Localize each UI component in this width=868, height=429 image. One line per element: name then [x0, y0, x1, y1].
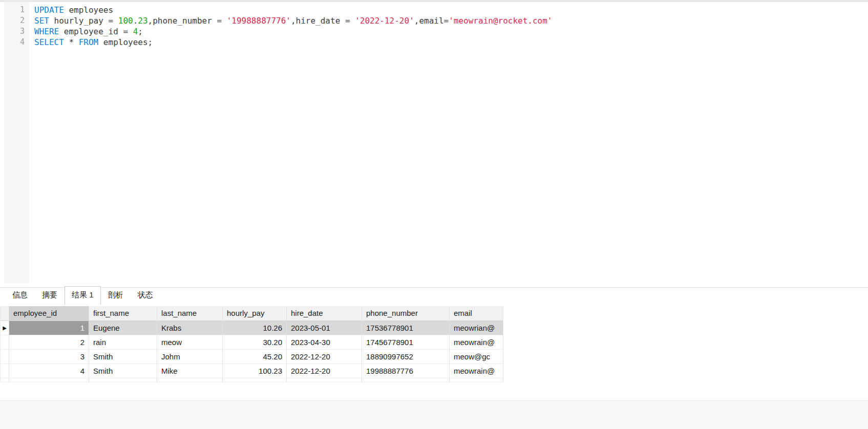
column-header-hire_date[interactable]: hire_date	[287, 306, 362, 321]
current-row-marker-icon: ▶	[3, 325, 7, 331]
column-header-hourly_pay[interactable]: hourly_pay	[223, 306, 287, 321]
table-row: 2rainmeow30.202023-04-3017456778901meowr…	[0, 335, 503, 350]
cell-hire_date[interactable]: 2023-04-30	[287, 335, 362, 350]
empty-cell	[89, 378, 157, 382]
sql-code[interactable]: 1UPDATE employees2SET hourly_pay = 100.2…	[0, 2, 868, 48]
line-number: 2	[4, 15, 29, 26]
row-selector[interactable]	[0, 335, 9, 350]
code-text: WHERE employee_id = 4;	[34, 26, 143, 37]
row-selector	[0, 378, 9, 382]
result-tabbar: 信息摘要结果 1剖析状态	[0, 283, 868, 305]
empty-cell	[9, 378, 89, 382]
table-row: 4SmithMike100.232022-12-2019988887776meo…	[0, 364, 503, 378]
cell-first_name[interactable]: rain	[89, 335, 157, 350]
cell-last_name[interactable]: meow	[157, 335, 223, 350]
tab-summary[interactable]: 摘要	[35, 288, 65, 305]
cell-phone_number[interactable]: 19988887776	[362, 364, 450, 378]
window-bottom-strip	[0, 400, 868, 429]
cell-hourly_pay[interactable]: 30.20	[223, 335, 287, 350]
cell-employee_id[interactable]: 3	[9, 350, 89, 364]
empty-cell	[157, 378, 223, 382]
empty-cell	[450, 378, 503, 382]
tab-result-1[interactable]: 结果 1	[65, 286, 101, 305]
cell-phone_number[interactable]: 17456778901	[362, 335, 450, 350]
cell-hourly_pay[interactable]: 45.20	[223, 350, 287, 364]
cell-hire_date[interactable]: 2022-12-20	[287, 364, 362, 378]
column-header-last_name[interactable]: last_name	[157, 306, 223, 321]
row-selector[interactable]: ▶	[0, 321, 9, 335]
cell-email[interactable]: meow@gc	[450, 350, 503, 364]
cell-phone_number[interactable]: 17536778901	[362, 321, 450, 335]
tab-profile[interactable]: 剖析	[101, 288, 131, 305]
column-header-email[interactable]: email	[450, 306, 503, 321]
cell-employee_id[interactable]: 2	[9, 335, 89, 350]
cell-last_name[interactable]: Johm	[157, 350, 223, 364]
sql-editor[interactable]: 1UPDATE employees2SET hourly_pay = 100.2…	[0, 2, 868, 283]
code-line[interactable]: 1UPDATE employees	[0, 5, 868, 15]
empty-cell	[223, 378, 287, 382]
cell-last_name[interactable]: Krabs	[157, 321, 223, 335]
column-header-employee_id[interactable]: employee_id	[9, 306, 89, 321]
column-header-phone_number[interactable]: phone_number	[362, 306, 450, 321]
code-line[interactable]: 3WHERE employee_id = 4;	[0, 26, 868, 37]
cell-email[interactable]: meowrian@	[450, 321, 503, 335]
cell-hourly_pay[interactable]: 100.23	[223, 364, 287, 378]
cell-first_name[interactable]: Smith	[89, 364, 157, 378]
code-line[interactable]: 4SELECT * FROM employees;	[0, 37, 868, 48]
code-text: UPDATE employees	[34, 5, 113, 15]
line-number: 4	[4, 37, 29, 48]
result-grid: employee_idfirst_namelast_namehourly_pay…	[0, 306, 503, 382]
code-text: SET hourly_pay = 100.23,phone_number = '…	[34, 15, 553, 26]
row-selector[interactable]	[0, 350, 9, 364]
cell-hire_date[interactable]: 2023-05-01	[287, 321, 362, 335]
cell-email[interactable]: meowrain@	[450, 364, 503, 378]
grid-header-row: employee_idfirst_namelast_namehourly_pay…	[0, 306, 503, 321]
column-header-first_name[interactable]: first_name	[89, 306, 157, 321]
table-row: 3SmithJohm45.202022-12-2018890997652meow…	[0, 350, 503, 364]
cell-first_name[interactable]: Smith	[89, 350, 157, 364]
grid-corner-cell[interactable]	[0, 306, 9, 321]
app-window: 1UPDATE employees2SET hourly_pay = 100.2…	[0, 0, 868, 429]
line-number: 1	[4, 5, 29, 15]
code-line[interactable]: 2SET hourly_pay = 100.23,phone_number = …	[0, 15, 868, 26]
cell-hire_date[interactable]: 2022-12-20	[287, 350, 362, 364]
cell-first_name[interactable]: Eugene	[89, 321, 157, 335]
cell-last_name[interactable]: Mike	[157, 364, 223, 378]
cell-hourly_pay[interactable]: 10.26	[223, 321, 287, 335]
cell-phone_number[interactable]: 18890997652	[362, 350, 450, 364]
empty-insert-row	[0, 378, 503, 382]
cell-employee_id[interactable]: 1	[9, 321, 89, 335]
empty-cell	[362, 378, 450, 382]
tab-info[interactable]: 信息	[5, 288, 35, 305]
table-row: ▶1EugeneKrabs10.262023-05-0117536778901m…	[0, 321, 503, 335]
cell-email[interactable]: meowrain@	[450, 335, 503, 350]
line-number: 3	[4, 26, 29, 37]
row-selector[interactable]	[0, 364, 9, 378]
empty-cell	[287, 378, 362, 382]
tab-status[interactable]: 状态	[131, 288, 160, 305]
cell-employee_id[interactable]: 4	[9, 364, 89, 378]
code-text: SELECT * FROM employees;	[34, 37, 153, 48]
